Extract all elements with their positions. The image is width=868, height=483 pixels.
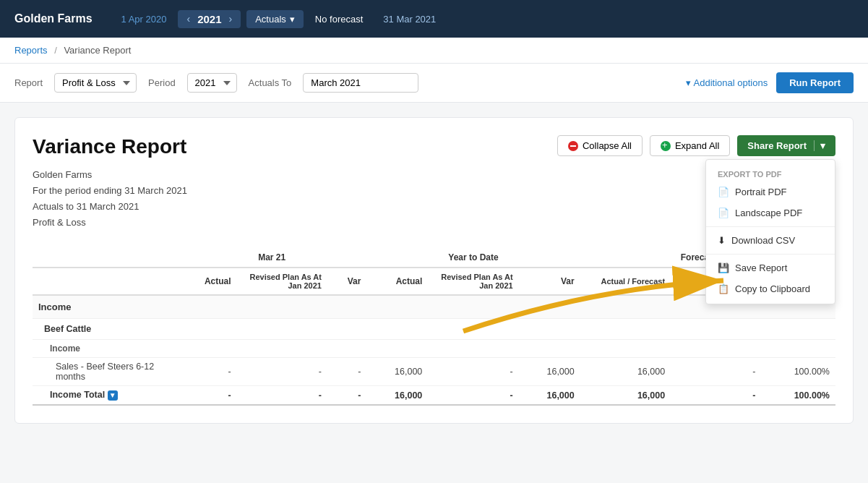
income-total-remaining: - — [671, 386, 761, 405]
copy-to-clipboard-option[interactable]: 📋 Copy to Clipboard — [706, 278, 835, 299]
actuals-dropdown[interactable]: Actuals ▾ — [246, 10, 304, 28]
sub-section-beef-cattle: Beef Cattle — [33, 319, 835, 340]
filter-bar: Report Profit & Loss Period 2021 Actuals… — [0, 64, 868, 103]
copy-icon: 📋 — [718, 283, 729, 294]
income-total-var-ytd: 16,000 — [519, 386, 580, 405]
year-navigator: ‹ 2021 › — [178, 10, 241, 28]
table-row: Sales - Beef Steers 6-12 months - - - 16… — [33, 358, 835, 386]
report-card: Variance Report Golden Farms For the per… — [14, 117, 854, 424]
col-revised-plan-ytd: Revised Plan As At Jan 2021 — [428, 268, 518, 295]
run-report-button[interactable]: Run Report — [776, 72, 854, 93]
beef-steers-revised-ytd: - — [428, 358, 518, 386]
beef-steers-revised: - — [237, 358, 327, 386]
col-actual-ytd: Actual — [366, 268, 428, 295]
col-actual-mar: Actual — [177, 268, 237, 295]
dropdown-divider-1 — [706, 226, 835, 227]
report-title: Variance Report — [33, 135, 187, 158]
share-report-container: Share Report ▾ Export to PDF 📄 Portrait … — [737, 135, 835, 156]
report-period: For the period ending 31 March 2021 — [33, 183, 187, 199]
additional-options-toggle[interactable]: ▾ Additional options — [686, 77, 768, 88]
portrait-pdf-option[interactable]: 📄 Portrait PDF — [706, 181, 835, 202]
date-range-end: 31 Mar 2021 — [383, 14, 436, 25]
no-forecast-label: No forecast — [306, 10, 371, 28]
share-report-button[interactable]: Share Report ▾ — [737, 135, 835, 156]
brand-name: Golden Farms — [14, 12, 93, 25]
report-type-select[interactable]: Profit & Loss — [54, 73, 137, 93]
breadcrumb: Reports / Variance Report — [0, 38, 868, 64]
col-group-ytd: Year to Date — [366, 248, 580, 268]
top-navigation: Golden Farms 1 Apr 2020 ‹ 2021 › Actuals… — [0, 0, 868, 38]
beef-steers-remaining: - — [671, 358, 761, 386]
breadcrumb-reports-link[interactable]: Reports — [14, 45, 48, 56]
actuals-to-input[interactable] — [303, 73, 418, 93]
report-title-block: Variance Report Golden Farms For the per… — [33, 135, 187, 231]
breadcrumb-current: Variance Report — [64, 45, 131, 56]
next-year-button[interactable]: › — [229, 13, 233, 25]
report-type: Profit & Loss — [33, 215, 187, 231]
report-header: Variance Report Golden Farms For the per… — [33, 135, 835, 231]
pdf-landscape-icon: 📄 — [718, 208, 729, 218]
share-report-dropdown-arrow[interactable]: ▾ — [814, 140, 825, 151]
col-revised-plan-mar: Revised Plan As At Jan 2021 — [237, 268, 327, 295]
download-csv-option[interactable]: ⬇ Download CSV — [706, 230, 835, 251]
landscape-pdf-option[interactable]: 📄 Landscape PDF — [706, 202, 835, 223]
download-icon: ⬇ — [718, 235, 726, 246]
expand-icon — [661, 141, 671, 151]
col-actual-forecast: Actual / Forecast — [580, 268, 671, 295]
col-var-ytd: Var — [519, 268, 580, 295]
prev-year-button[interactable]: ‹ — [186, 13, 190, 25]
report-meta: Golden Farms For the period ending 31 Ma… — [33, 167, 187, 231]
income-total-actual-forecast: 16,000 — [580, 386, 671, 405]
income-total-icon: ▼ — [108, 390, 118, 401]
beef-steers-actual-ytd: 16,000 — [366, 358, 428, 386]
beef-steers-var: - — [327, 358, 366, 386]
report-label: Report — [14, 77, 43, 88]
income-total-revised-ytd: - — [428, 386, 518, 405]
export-pdf-section-label: Export to PDF — [706, 164, 835, 181]
income-total-actual-ytd: 16,000 — [366, 386, 428, 405]
sub-sub-income-label: Income — [33, 340, 835, 358]
income-total-var: - — [327, 386, 366, 405]
table-row: Income Total ▼ - - - 16,000 - 16,000 16,… — [33, 386, 835, 405]
current-year: 2021 — [197, 13, 221, 25]
col-description — [33, 248, 177, 268]
filter-bar-actions: ▾ Additional options Run Report — [686, 72, 854, 93]
report-company: Golden Farms — [33, 167, 187, 183]
collapse-all-button[interactable]: Collapse All — [557, 135, 643, 156]
period-select[interactable]: 2021 — [187, 73, 237, 93]
col-empty-desc — [33, 268, 177, 295]
income-total-actual: - — [177, 386, 237, 405]
pdf-icon: 📄 — [718, 187, 729, 197]
sub-sub-income-header: Income — [33, 340, 835, 358]
beef-steers-var-ytd: 16,000 — [519, 358, 580, 386]
col-var-mar: Var — [327, 268, 366, 295]
beef-steers-actual: - — [177, 358, 237, 386]
col-group-mar21: Mar 21 — [177, 248, 366, 268]
save-report-option[interactable]: 💾 Save Report — [706, 257, 835, 278]
sub-section-beef-cattle-label: Beef Cattle — [33, 319, 835, 340]
report-actions: Collapse All Expand All Share Report ▾ E… — [557, 135, 835, 156]
actuals-to-label: Actuals To — [249, 77, 292, 88]
main-content: Variance Report Golden Farms For the per… — [0, 103, 868, 438]
report-actuals: Actuals to 31 March 2021 — [33, 199, 187, 215]
row-label-beef-steers: Sales - Beef Steers 6-12 months — [33, 358, 177, 386]
save-icon: 💾 — [718, 262, 729, 273]
date-range-start: 1 Apr 2020 — [121, 14, 167, 25]
period-label: Period — [148, 77, 176, 88]
share-report-dropdown-menu: Export to PDF 📄 Portrait PDF 📄 Landscape… — [705, 159, 835, 304]
beef-steers-actual-forecast: 16,000 — [580, 358, 671, 386]
income-total-label: Income Total ▼ — [33, 386, 177, 405]
breadcrumb-separator: / — [54, 45, 57, 56]
beef-steers-pct-spent: 100.00% — [762, 358, 836, 386]
expand-all-button[interactable]: Expand All — [650, 135, 730, 156]
income-total-pct-spent: 100.00% — [762, 386, 836, 405]
income-total-revised: - — [237, 386, 327, 405]
collapse-icon — [568, 141, 578, 151]
dropdown-divider-2 — [706, 254, 835, 255]
